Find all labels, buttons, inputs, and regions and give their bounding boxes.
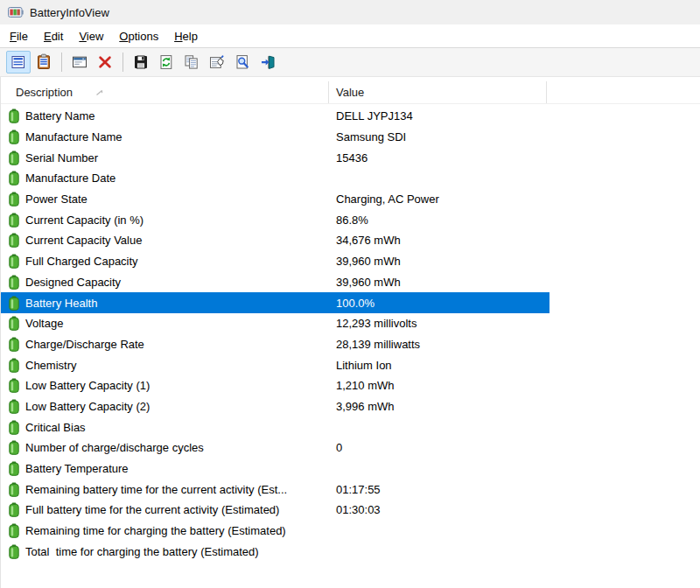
row-description: Remaining battery time for the current a…	[25, 483, 329, 496]
row-description: Current Capacity Value	[25, 234, 329, 247]
toolbar-button-exit[interactable]	[256, 51, 280, 74]
row-value: 1,210 mWh	[329, 379, 550, 392]
row-value: 12,293 millivolts	[329, 317, 550, 330]
table-row[interactable]: Manufacture Date	[1, 168, 550, 189]
row-value: 01:17:55	[329, 483, 550, 496]
row-value: Charging, AC Power	[329, 192, 550, 206]
battery-row-icon	[1, 378, 25, 393]
table-row[interactable]: Low Battery Capacity (1) 1,210 mWh	[1, 375, 550, 396]
app-battery-icon	[8, 6, 24, 18]
menu-view[interactable]: View	[71, 26, 111, 46]
title-bar: BatteryInfoView	[0, 0, 700, 24]
row-value: 01:30:03	[329, 503, 550, 516]
battery-row-icon	[1, 233, 25, 248]
table-row[interactable]: Full Charged Capacity 39,960 mWh	[1, 251, 550, 272]
clipboard-icon	[35, 53, 52, 71]
row-value: 86.8%	[329, 214, 550, 227]
table-row[interactable]: Chemistry Lithium Ion	[1, 354, 550, 375]
menu-file[interactable]: File	[2, 26, 36, 46]
app-window: BatteryInfoView File Edit View Options H…	[0, 0, 700, 588]
battery-info-list: Description Value Battery Name DE	[0, 77, 700, 588]
table-row[interactable]: Full battery time for the current activi…	[1, 500, 550, 521]
column-header-description[interactable]: Description	[1, 81, 329, 103]
table-row[interactable]: Voltage 12,293 millivolts	[1, 313, 550, 334]
table-row[interactable]: Charge/Discharge Rate 28,139 milliwatts	[1, 334, 550, 355]
table-row[interactable]: Remaining battery time for the current a…	[1, 479, 550, 500]
window-title: BatteryInfoView	[30, 6, 109, 19]
refresh-icon	[158, 53, 175, 71]
table-row[interactable]: Current Capacity (in %) 86.8%	[1, 209, 550, 230]
row-description: Power State	[25, 192, 329, 206]
battery-row-icon	[1, 171, 25, 186]
row-description: Remaining time for charging the battery …	[25, 524, 329, 537]
row-description: Serial Number	[25, 151, 329, 164]
battery-row-icon	[1, 461, 25, 476]
table-row[interactable]: Power State Charging, AC Power	[1, 189, 550, 210]
save-floppy-icon	[132, 53, 150, 71]
row-description: Charge/Discharge Rate	[25, 338, 329, 351]
table-row[interactable]: Low Battery Capacity (2) 3,996 mWh	[1, 396, 550, 417]
table-row[interactable]: Manufacture Name Samsung SDI	[1, 127, 550, 148]
battery-row-icon	[1, 275, 25, 290]
row-description: Low Battery Capacity (1)	[25, 379, 329, 392]
list-header: Description Value	[1, 81, 700, 104]
menu-help[interactable]: Help	[166, 26, 206, 46]
toolbar-button-delete[interactable]	[93, 51, 117, 74]
column-header-value[interactable]: Value	[329, 81, 547, 103]
battery-row-icon	[1, 358, 25, 373]
find-magnifier-icon	[234, 53, 251, 71]
row-description: Manufacture Date	[25, 172, 329, 185]
red-x-icon	[96, 53, 114, 71]
toolbar-button-save[interactable]	[129, 51, 153, 74]
table-row[interactable]: Current Capacity Value 34,676 mWh	[1, 230, 550, 251]
battery-row-icon	[1, 399, 25, 414]
battery-row-icon	[1, 440, 25, 455]
toolbar-button-find[interactable]	[230, 51, 255, 74]
table-row[interactable]: Battery Health 100.0%	[1, 292, 550, 313]
row-value: Samsung SDI	[329, 130, 550, 144]
toolbar-button-copy[interactable]	[179, 51, 204, 74]
menu-options[interactable]: Options	[111, 26, 166, 46]
table-row[interactable]: Remaining time for charging the battery …	[1, 521, 550, 542]
row-value: 39,960 mWh	[329, 255, 550, 268]
table-row[interactable]: Battery Name DELL JYPJ134	[1, 106, 550, 127]
table-row[interactable]: Battery Temperature	[1, 458, 550, 480]
battery-row-icon	[1, 130, 25, 144]
row-description: Battery Temperature	[25, 462, 329, 475]
table-row[interactable]: Designed Capacity 39,960 mWh	[1, 272, 550, 293]
row-value: 28,139 milliwatts	[329, 338, 550, 351]
row-value: 100.0%	[329, 297, 550, 310]
row-description: Current Capacity (in %)	[25, 214, 329, 227]
row-value: DELL JYPJ134	[329, 109, 550, 122]
table-row[interactable]: Total time for charging the battery (Est…	[1, 541, 550, 562]
toolbar-button-battery-info[interactable]	[6, 51, 31, 74]
row-value: 0	[329, 441, 550, 454]
battery-row-icon	[1, 108, 25, 123]
toolbar-button-properties[interactable]	[205, 51, 229, 74]
toolbar-separator	[61, 52, 62, 72]
toolbar-button-refresh[interactable]	[154, 51, 178, 74]
row-description: Designed Capacity	[25, 276, 329, 289]
options-window-icon	[71, 53, 88, 71]
row-description: Full battery time for the current activi…	[25, 503, 329, 516]
row-description: Number of charge/discharge cycles	[25, 441, 329, 454]
table-row[interactable]: Number of charge/discharge cycles 0	[1, 438, 550, 458]
battery-row-icon	[1, 523, 25, 538]
menu-edit[interactable]: Edit	[36, 26, 71, 46]
toolbar-button-advanced-options[interactable]	[67, 51, 92, 74]
battery-row-icon	[1, 316, 25, 331]
row-description: Low Battery Capacity (2)	[25, 400, 329, 413]
row-description: Battery Name	[25, 109, 329, 122]
battery-row-icon	[1, 213, 25, 228]
table-row[interactable]: Serial Number 15436	[1, 147, 550, 168]
battery-row-icon	[1, 544, 25, 559]
table-body: Battery Name DELL JYPJ134 Manufacture Na…	[1, 104, 700, 562]
exit-door-icon	[259, 53, 276, 71]
row-description: Full Charged Capacity	[25, 255, 329, 268]
toolbar-button-battery-log[interactable]	[32, 51, 56, 74]
row-description: Voltage	[25, 317, 329, 330]
toolbar-separator	[122, 52, 123, 72]
sort-ascending-icon	[95, 89, 104, 96]
row-value: 3,996 mWh	[329, 400, 550, 413]
table-row[interactable]: Critical Bias	[1, 416, 550, 438]
